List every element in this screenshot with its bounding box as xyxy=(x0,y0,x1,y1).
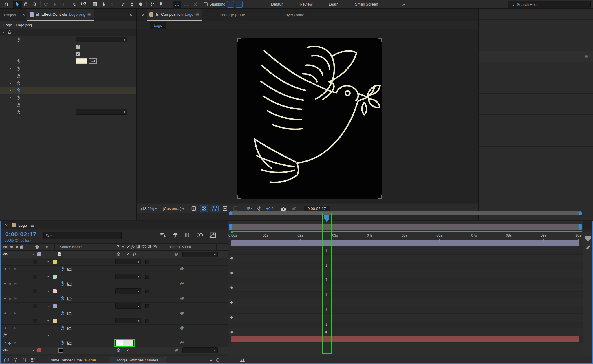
dock-tab-tracker[interactable] xyxy=(479,94,593,104)
source-name-column-label[interactable]: Source Name xyxy=(60,245,82,249)
inverted-checkbox[interactable] xyxy=(145,260,149,264)
parent-link-column-label[interactable]: Parent & Link xyxy=(170,245,192,249)
graph-row[interactable]: ◆ xyxy=(228,269,583,277)
graph-row[interactable] xyxy=(228,336,583,343)
zoom-out-mountain-icon[interactable] xyxy=(209,358,213,361)
eraser-tool-icon[interactable] xyxy=(136,1,145,8)
number-column-label[interactable]: # xyxy=(46,245,48,249)
graph-row[interactable]: I xyxy=(228,306,583,314)
lock-icon[interactable] xyxy=(155,12,159,16)
pickwhip-icon[interactable]: @ xyxy=(180,325,184,330)
puppet-tool-icon[interactable] xyxy=(156,1,165,8)
shape-visibility-icon[interactable] xyxy=(13,358,19,363)
orbit-tool-icon[interactable]: ⟳ xyxy=(42,1,50,8)
twirl-open-icon[interactable]: ▾ xyxy=(47,319,49,322)
effect-row-stroke[interactable]: ▾ fx xyxy=(0,29,136,36)
next-keyframe-icon[interactable]: ▶ xyxy=(14,326,17,329)
graph-editor-icon[interactable] xyxy=(210,232,216,238)
axis-mode-icon-0[interactable] xyxy=(173,1,181,8)
mask-mode-dropdown[interactable]: ▾ xyxy=(115,303,141,309)
graph-row[interactable]: I xyxy=(228,321,583,329)
type-tool-icon[interactable]: T xyxy=(108,1,116,8)
next-keyframe-icon[interactable]: ▶ xyxy=(14,297,17,300)
rect-tool-icon[interactable] xyxy=(90,1,99,8)
graph-row[interactable]: ◆◆ xyxy=(228,328,583,336)
dolly-tool-icon[interactable]: ↕ xyxy=(59,1,68,8)
anchor-switch-icon[interactable] xyxy=(116,245,120,250)
mask-mode-dropdown[interactable]: ▾ xyxy=(115,288,141,294)
resolution-dropdown[interactable]: (Custom...) ▾ xyxy=(163,206,184,211)
checkbox-checked-icon[interactable]: ✓ xyxy=(76,45,80,49)
stopwatch-icon[interactable] xyxy=(16,66,21,71)
cursor-tool-icon[interactable] xyxy=(13,1,22,8)
rotate-tool-icon[interactable]: ↻ xyxy=(70,1,79,8)
label-color-swatch[interactable] xyxy=(37,252,41,256)
twirl-open-icon[interactable]: ▾ xyxy=(47,260,49,263)
add-keyframe-icon[interactable]: ◇ xyxy=(9,297,11,301)
dock-tab-preview[interactable] xyxy=(479,41,593,52)
parent-pickwhip-icon[interactable]: @ xyxy=(174,348,178,352)
snapshot-camera-icon[interactable] xyxy=(280,205,287,212)
panel-menu-icon[interactable]: ☰ xyxy=(195,12,199,17)
timeline-row-mask-3[interactable]: ▾ ▾ xyxy=(1,288,228,295)
effect-row-color[interactable] xyxy=(0,58,136,65)
pickwhip-icon[interactable]: @ xyxy=(180,296,184,300)
twirl-open-icon[interactable]: ▾ xyxy=(47,304,49,308)
dock-tab-effects-presets[interactable]: ☰ xyxy=(479,51,593,62)
twirl-icon[interactable]: ▾ xyxy=(33,253,34,256)
timeline-row-mask-1[interactable]: ▾ ▾ xyxy=(1,258,228,266)
fx-switch-icon[interactable]: fx xyxy=(133,251,136,256)
effect-row-spacing[interactable]: ▸ xyxy=(0,101,136,108)
next-keyframe-icon[interactable]: ▶ xyxy=(14,341,17,344)
render-editor-icon[interactable] xyxy=(30,358,36,363)
mask-color-swatch[interactable] xyxy=(53,289,57,293)
color-swatch[interactable] xyxy=(76,58,87,64)
keyframe-diamond[interactable]: ◆ xyxy=(230,270,233,275)
panel-menu-icon[interactable]: ☰ xyxy=(584,54,588,59)
motion-blur-icon[interactable] xyxy=(197,233,203,238)
prev-keyframe-icon[interactable]: ◀ xyxy=(4,341,6,344)
stopwatch-icon[interactable] xyxy=(16,59,21,64)
inverted-checkbox[interactable] xyxy=(145,275,149,279)
comp-marker-bin-icon[interactable] xyxy=(585,236,591,242)
work-area-start-handle[interactable] xyxy=(229,224,232,230)
timeline-row-black-solid-1[interactable]: ▸ @ ▾ xyxy=(1,347,228,354)
help-search-box[interactable]: Search Help xyxy=(508,1,591,8)
dock-tab-libraries[interactable] xyxy=(479,62,593,73)
inverted-checkbox[interactable] xyxy=(145,319,149,323)
checkbox-checked-icon[interactable]: ✓ xyxy=(76,52,80,56)
timeline-row-mask-5[interactable]: ▾ ▾ xyxy=(1,317,228,325)
timeline-search-box[interactable]: ▾ xyxy=(43,232,122,239)
stopwatch-icon[interactable] xyxy=(16,81,21,85)
lock-icon[interactable] xyxy=(36,12,39,16)
work-area-bar[interactable] xyxy=(229,224,582,230)
twirl-closed-icon[interactable]: ▸ xyxy=(10,96,11,99)
tab-footage[interactable]: Footage (none) xyxy=(216,13,250,17)
stopwatch-icon[interactable] xyxy=(60,311,65,315)
mask-mode-dropdown[interactable]: ▾ xyxy=(115,259,141,264)
stopwatch-icon[interactable] xyxy=(16,103,21,107)
tab-composition[interactable]: Composition Logo ☰ xyxy=(147,9,202,21)
home-tool-icon[interactable] xyxy=(2,1,10,8)
inverted-checkbox[interactable] xyxy=(145,290,149,293)
inverted-checkbox[interactable] xyxy=(145,304,149,308)
layer-duration-bar[interactable] xyxy=(231,336,579,342)
next-keyframe-icon[interactable]: ▶ xyxy=(14,267,17,270)
keyframe-diamond[interactable]: ◆ xyxy=(230,300,233,304)
prev-keyframe-icon[interactable]: ◀ xyxy=(4,312,6,314)
timeline-row-mask-path[interactable]: ◀ ◇ ▶ @ xyxy=(1,325,228,332)
next-keyframe-icon[interactable]: ▶ xyxy=(14,312,17,314)
mask-mode-dropdown[interactable]: ▾ xyxy=(115,274,141,279)
timeline-navigator-bar[interactable] xyxy=(229,211,582,215)
effect-row-all-masks[interactable]: ✓ xyxy=(0,43,136,50)
effect-row-stroke-sequentially[interactable]: ✓ xyxy=(0,50,136,58)
guides-grid-icon[interactable] xyxy=(232,205,239,212)
transparency-grid-icon[interactable] xyxy=(200,205,208,212)
film-switch-icon[interactable] xyxy=(136,245,140,250)
dock-tab-content-aware-fill[interactable] xyxy=(479,104,593,115)
effect-row-opacity[interactable]: ▸ xyxy=(0,79,136,87)
timeline-row-mask-4[interactable]: ▾ ▾ xyxy=(1,303,228,310)
current-time-display[interactable]: 0:00:02:17 xyxy=(5,231,36,238)
twirl-closed-icon[interactable]: ▸ xyxy=(10,103,11,106)
pickwhip-icon[interactable]: @ xyxy=(180,266,184,271)
